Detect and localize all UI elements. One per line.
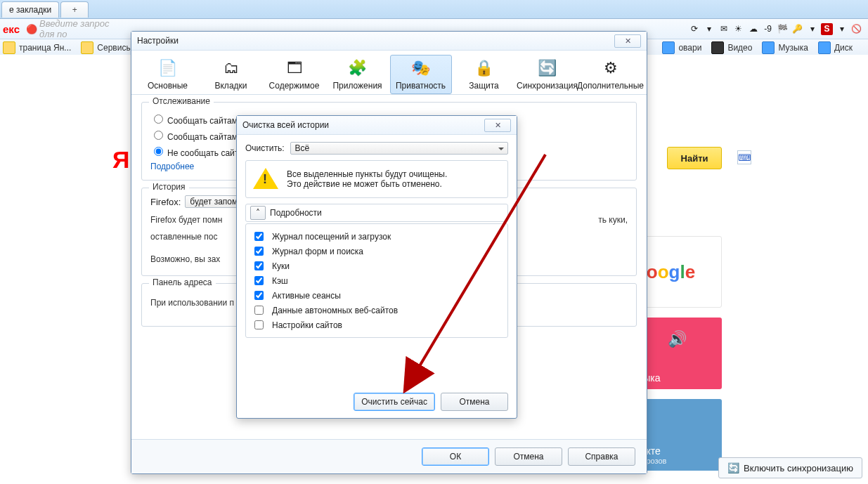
keyboard-icon[interactable]: ⌨ [737,150,751,164]
bookmark-item[interactable]: овари [662,41,701,54]
search-button-label: Найти [681,153,708,164]
key-icon[interactable]: 🔑 [791,23,803,35]
dropdown-icon[interactable]: ▾ [703,23,715,35]
ok-button[interactable]: ОК [422,447,489,466]
clear-item[interactable]: Кэш [252,274,502,287]
main-icon: 📄 [157,57,179,79]
flag-icon[interactable]: 🏁 [777,23,789,35]
disk-icon [818,41,831,54]
clear-item-label: Куки [272,261,290,271]
settings-tab-privacy[interactable]: 🎭Приватность [390,55,452,94]
weather-sun-icon: ☀ [732,23,744,35]
extension-icon[interactable]: ▾ [806,23,818,35]
speaker-icon: 🔊 [668,330,687,348]
adblock-icon[interactable]: 🚫 [850,23,862,35]
help-button[interactable]: Справка [568,447,635,466]
tab-label: Синхронизация [517,81,578,91]
yandex-small-logo: екс [3,23,20,35]
clear-item[interactable]: Настройки сайтов [252,318,502,332]
settings-tab-apps[interactable]: 🧩Приложения [327,55,389,94]
bookmark-label: Музыка [778,43,808,53]
tab-label: Дополнительные [577,81,644,91]
sync-icon: 🔄 [727,462,739,473]
more-icon[interactable]: ▾ [836,23,848,35]
clear-item-label: Журнал посещений и загрузок [272,232,391,242]
clear-item-label: Журнал форм и поиска [272,247,363,256]
tab-label: Защита [469,81,499,91]
play-icon [711,41,724,54]
dialog-title: Настройки [137,36,179,46]
enable-sync-button[interactable]: 🔄 Включить синхронизацию [718,457,862,478]
settings-tab-advanced[interactable]: ⚙Дополнительные [580,55,642,94]
yandex-logo: Я [112,146,129,174]
range-label: Очистить: [245,143,285,153]
settings-tab-sync[interactable]: 🔄Синхронизация [517,55,578,94]
mail-icon[interactable]: ✉ [718,23,730,35]
weather-cloud-icon: ☁ [747,23,759,35]
bookmark-item[interactable]: траница Ян... [3,41,71,54]
bookmark-label: Видео [727,43,752,53]
bookmark-item[interactable]: Диск [818,41,853,54]
clear-item[interactable]: Активные сеансы [252,289,502,302]
bookmark-label: овари [678,43,701,53]
clear-item-label: Настройки сайтов [272,320,342,330]
tracking-more-link[interactable]: Подробнее [150,162,194,171]
history-label: Firefox: [150,197,181,207]
close-button[interactable]: ✕ [614,34,641,48]
clear-item-label: Кэш [272,276,288,286]
clear-item[interactable]: Журнал форм и поиска [252,244,502,258]
link-icon [662,41,675,54]
advanced-icon: ⚙ [600,57,622,79]
sync-icon: 🔄 [536,57,559,79]
clear-history-dialog: Очистка всей истории ✕ Очистить: Всё Все… [236,115,517,419]
privacy-icon: 🎭 [410,57,432,79]
s-badge-icon[interactable]: S [821,23,833,35]
clear-now-button[interactable]: Очистить сейчас [354,393,435,411]
range-select[interactable]: Всё [290,142,508,155]
warning-icon [253,168,278,190]
search-button[interactable]: Найти [667,147,722,169]
cancel-button[interactable]: Отмена [441,393,508,411]
chevron-up-icon: ˄ [250,206,266,220]
sync-label: Включить синхронизацию [744,463,853,473]
clear-item[interactable]: Журнал посещений и загрузок [252,230,502,243]
tabs-icon: 🗂 [220,57,242,79]
settings-tab-main[interactable]: 📄Основные [137,55,199,94]
clear-item[interactable]: Данные автономных веб-сайтов [252,303,502,317]
engine-icon: 🔴 [25,22,38,35]
browser-tab[interactable]: е закладки [1,1,59,18]
bookmark-item[interactable]: Видео [711,41,752,54]
settings-tab-content[interactable]: 🗔Содержимое [264,55,325,94]
cancel-button[interactable]: Отмена [495,447,562,466]
settings-tab-tabs[interactable]: 🗂Вкладки [200,55,262,94]
settings-tab-security[interactable]: 🔒Защита [453,55,515,94]
clear-items-list: Журнал посещений и загрузокЖурнал форм и… [245,223,508,338]
radio-label: Не сообщать сайт [167,148,238,158]
clear-item-label: Данные автономных веб-сайтов [272,306,398,315]
search-placeholder: Введите запрос для по [39,18,117,39]
close-icon: ✕ [495,121,501,130]
group-legend: Панель адреса [149,277,216,287]
security-icon: 🔒 [473,57,495,79]
apps-icon: 🧩 [346,57,369,79]
warning-line: Это действие не может быть отменено. [287,179,447,189]
dialog-title: Очистка всей истории [242,120,329,130]
music-icon [762,41,775,54]
dialog-titlebar[interactable]: Настройки ✕ [131,32,647,51]
details-header[interactable]: ˄ Подробности [245,204,508,222]
clear-item[interactable]: Куки [252,259,502,273]
tab-label: Приватность [396,81,446,91]
reload-icon[interactable]: ⟳ [688,23,700,35]
settings-footer: ОК Отмена Справка [131,439,647,473]
bookmark-item[interactable]: Музыка [762,41,808,54]
dialog-titlebar[interactable]: Очистка всей истории ✕ [237,116,517,135]
tab-label: Содержимое [269,81,320,91]
clear-item-label: Активные сеансы [272,291,341,301]
group-legend: История [149,182,189,192]
tab-label: е закладки [9,5,51,15]
close-button[interactable]: ✕ [484,119,511,132]
details-label: Подробности [270,208,322,218]
new-tab-button[interactable]: + [60,1,89,18]
folder-icon [3,41,15,54]
close-icon: ✕ [625,37,631,46]
